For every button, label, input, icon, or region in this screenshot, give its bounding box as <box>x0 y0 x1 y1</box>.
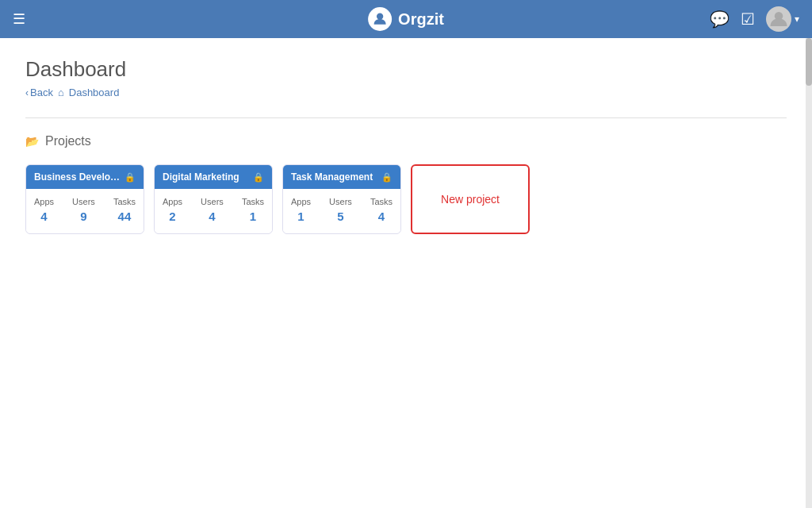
stat-apps-label-2: Apps <box>291 197 311 206</box>
project-name-2: Task Management <box>291 171 378 183</box>
chevron-down-icon: ▾ <box>795 13 799 25</box>
stat-tasks-2: Tasks 4 <box>370 197 393 223</box>
hamburger-icon[interactable]: ☰ <box>13 10 25 28</box>
stat-tasks-value-0: 44 <box>118 210 132 223</box>
message-icon[interactable]: 💬 <box>710 10 730 29</box>
stat-tasks-label-1: Tasks <box>242 197 264 206</box>
stat-apps-1: Apps 2 <box>163 197 182 223</box>
stat-users-value-0: 9 <box>80 210 86 223</box>
stat-users-value-2: 5 <box>337 210 343 223</box>
stat-apps-value-1: 2 <box>169 210 175 223</box>
section-divider <box>25 117 787 118</box>
chevron-left-icon: ‹ <box>25 87 29 98</box>
project-card-header-0: Business Develop... 🔒 <box>26 165 144 189</box>
stat-users-0: Users 9 <box>72 197 95 223</box>
stat-apps-2: Apps 1 <box>291 197 311 223</box>
project-card-header-2: Task Management 🔒 <box>283 165 400 189</box>
lock-icon-0: 🔒 <box>124 172 136 183</box>
project-card-header-1: Digital Marketing 🔒 <box>155 165 272 189</box>
project-card-0[interactable]: Business Develop... 🔒 Apps 4 Users 9 Tas… <box>25 164 144 234</box>
lock-icon-2: 🔒 <box>381 172 393 183</box>
stat-apps-label-1: Apps <box>163 197 182 206</box>
avatar <box>766 6 791 32</box>
stat-users-label-1: Users <box>201 197 224 206</box>
projects-grid: Business Develop... 🔒 Apps 4 Users 9 Tas… <box>25 164 787 234</box>
project-stats-1: Apps 2 Users 4 Tasks 1 <box>163 197 264 223</box>
project-card-1[interactable]: Digital Marketing 🔒 Apps 2 Users 4 Tasks <box>154 164 273 234</box>
stat-apps-value-2: 1 <box>297 210 304 223</box>
app-brand: Orgzit <box>368 7 444 31</box>
navbar: ☰ Orgzit 💬 ☑ ▾ <box>0 0 812 38</box>
app-name: Orgzit <box>398 10 444 29</box>
breadcrumb-back-label: Back <box>30 87 53 98</box>
project-card-body-0: Apps 4 Users 9 Tasks 44 <box>26 189 144 231</box>
folder-icon: 📂 <box>25 135 39 148</box>
scrollbar[interactable] <box>806 38 812 508</box>
stat-apps-0: Apps 4 <box>34 197 54 223</box>
breadcrumb: ‹ Back ⌂ Dashboard <box>25 87 787 98</box>
new-project-button[interactable]: New project <box>411 164 530 234</box>
svg-point-0 <box>377 13 383 20</box>
breadcrumb-back-button[interactable]: ‹ Back <box>25 87 53 98</box>
stat-users-label-0: Users <box>72 197 95 206</box>
project-name-1: Digital Marketing <box>163 171 250 183</box>
new-project-label: New project <box>441 193 500 206</box>
projects-section-title: Projects <box>45 134 91 148</box>
project-card-2[interactable]: Task Management 🔒 Apps 1 Users 5 Tasks 4 <box>282 164 401 234</box>
stat-tasks-value-2: 4 <box>378 210 385 223</box>
task-icon[interactable]: ☑ <box>741 10 755 29</box>
stat-users-2: Users 5 <box>329 197 352 223</box>
project-stats-2: Apps 1 Users 5 Tasks 4 <box>291 197 393 223</box>
page-title: Dashboard <box>25 57 787 82</box>
stat-tasks-value-1: 1 <box>250 210 256 223</box>
scrollbar-thumb[interactable] <box>806 38 812 86</box>
stat-users-label-2: Users <box>329 197 352 206</box>
projects-section-header: 📂 Projects <box>25 134 787 148</box>
breadcrumb-current[interactable]: Dashboard <box>69 87 120 98</box>
main-content: Dashboard ‹ Back ⌂ Dashboard 📂 Projects … <box>0 38 812 508</box>
stat-tasks-0: Tasks 44 <box>113 197 136 223</box>
stat-apps-value-0: 4 <box>40 210 47 223</box>
home-icon: ⌂ <box>58 87 64 98</box>
project-stats-0: Apps 4 Users 9 Tasks 44 <box>34 197 136 223</box>
project-card-body-1: Apps 2 Users 4 Tasks 1 <box>155 189 272 231</box>
lock-icon-1: 🔒 <box>253 172 264 183</box>
stat-tasks-label-0: Tasks <box>113 197 136 206</box>
stat-apps-label-0: Apps <box>34 197 54 206</box>
stat-users-1: Users 4 <box>201 197 224 223</box>
user-avatar-menu[interactable]: ▾ <box>766 6 799 32</box>
app-logo <box>368 7 392 31</box>
project-card-body-2: Apps 1 Users 5 Tasks 4 <box>283 189 400 231</box>
project-name-0: Business Develop... <box>34 171 121 183</box>
stat-tasks-label-2: Tasks <box>370 197 393 206</box>
stat-users-value-1: 4 <box>209 210 215 223</box>
stat-tasks-1: Tasks 1 <box>242 197 264 223</box>
